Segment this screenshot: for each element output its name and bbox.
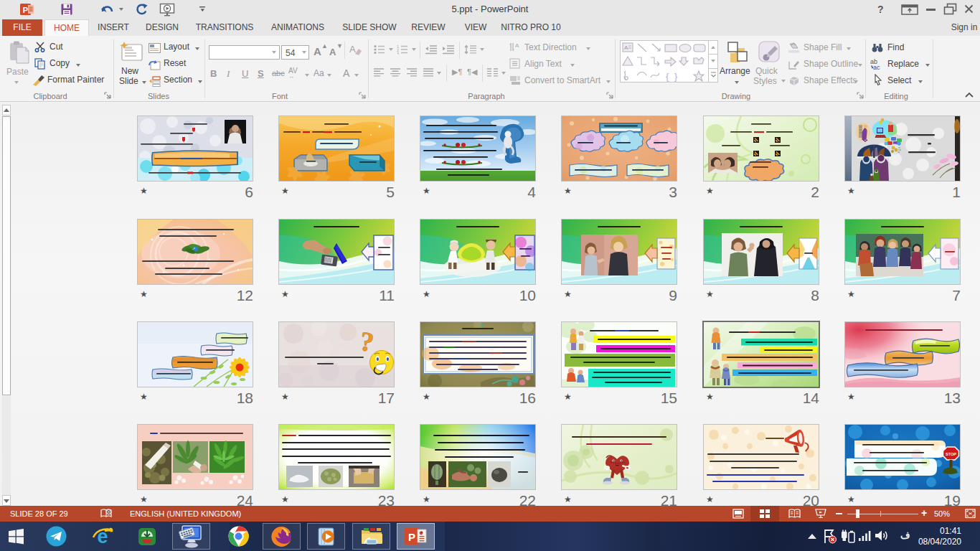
svg-text:{: {	[666, 71, 669, 82]
svg-text:3: 3	[397, 52, 399, 55]
svg-text:}: }	[674, 71, 678, 82]
svg-text:A: A	[624, 44, 628, 51]
svg-text:A: A	[515, 42, 519, 49]
svg-text:ac: ac	[873, 64, 880, 70]
svg-text:P: P	[408, 531, 415, 543]
svg-text:A: A	[349, 44, 356, 55]
svg-text:STOP: STOP	[946, 452, 956, 456]
